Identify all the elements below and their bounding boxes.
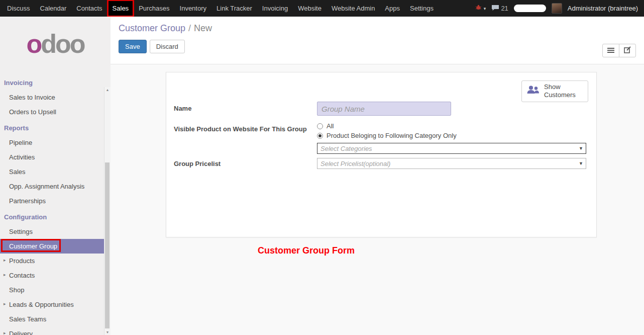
messages-count: 21 [501,5,508,12]
dropdown-caret-icon: ▼ [579,161,583,166]
save-button[interactable]: Save [119,40,147,53]
name-field-row: Name [174,102,586,116]
radio-category-only[interactable]: Product Beloging to Following Category O… [317,132,586,139]
nav-item-website-admin[interactable]: Website Admin [327,0,380,17]
breadcrumb: Customer Group/New [119,23,636,34]
pricelist-field-row: Group Pricelist Select Pricelist(optiona… [174,158,586,169]
dropdown-caret-icon: ▼ [579,146,583,151]
sidebar-item-sales-teams[interactable]: Sales Teams [0,312,104,326]
breadcrumb-customer-group[interactable]: Customer Group [119,23,185,33]
pricelist-select[interactable]: Select Pricelist(optional) ▼ [317,158,586,169]
top-nav-menu: Discuss Calendar Contacts Sales Purchase… [0,0,439,17]
nav-item-apps[interactable]: Apps [380,0,405,17]
form-view-button[interactable] [619,44,636,57]
visible-product-field-row: Visible Product on Website For This Grou… [174,122,586,158]
scroll-up-icon[interactable]: ▲ [104,88,111,92]
sidebar-item-activities[interactable]: Activities [0,150,104,164]
visible-product-label: Visible Product on Website For This Grou… [174,122,317,133]
control-panel: Customer Group/New Save Discard [111,17,644,64]
nav-item-contacts[interactable]: Contacts [71,0,107,17]
main-content: Customer Group/New Save Discard [111,17,644,335]
form-card: Show Customers Name Visible Product on W… [166,72,597,237]
radio-button-checked-icon [317,133,323,139]
nav-item-discuss[interactable]: Discuss [2,0,35,17]
scroll-down-icon[interactable]: ▼ [104,330,111,334]
discard-button[interactable]: Discard [150,40,185,53]
sidebar-item-delivery[interactable]: ▸Delivery [0,326,104,335]
bug-icon [475,5,482,12]
nav-item-sales[interactable]: Sales [108,0,134,17]
sidebar-section-reports: Reports [0,119,104,135]
breadcrumb-separator: / [185,23,194,33]
nav-item-calendar[interactable]: Calendar [35,0,72,17]
top-navbar: Discuss Calendar Contacts Sales Purchase… [0,0,644,17]
sidebar-item-settings[interactable]: Settings [0,224,104,239]
odoo-logo-rest: doo [41,29,84,58]
scrollbar-thumb[interactable] [105,162,110,328]
user-menu[interactable]: Administrator (braintree) [568,5,638,12]
sidebar-item-label: Delivery [9,330,33,335]
radio-category-label: Product Beloging to Following Category O… [327,132,457,139]
sidebar-item-label: Products [9,257,35,265]
sidebar-item-contacts[interactable]: ▸Contacts [0,268,104,283]
odoo-logo: odoo [26,31,84,57]
show-customers-button[interactable]: Show Customers [521,80,588,102]
sidebar-item-label: Contacts [9,272,35,279]
pricelist-placeholder: Select Pricelist(optional) [320,160,390,168]
breadcrumb-new: New [194,23,212,33]
categories-placeholder: Select Categories [320,145,372,152]
sidebar-item-opp-assignment-analysis[interactable]: Opp. Assignment Analysis [0,179,104,194]
logo-area: odoo [0,17,111,71]
nav-item-link-tracker[interactable]: Link Tracker [211,0,257,17]
expand-arrow-icon: ▸ [4,258,6,263]
sidebar: odoo Invoicing Sales to Invoice Orders t… [0,17,111,335]
sidebar-scrollbar[interactable]: ▲ ▼ [104,87,111,335]
users-icon [526,85,540,98]
expand-arrow-icon: ▸ [4,330,6,335]
form-edit-icon [624,46,631,55]
nav-item-purchases[interactable]: Purchases [134,0,174,17]
odoo-logo-accent: o [26,29,41,58]
view-switcher [602,44,636,57]
sidebar-item-leads-opportunities[interactable]: ▸Leads & Opportunities [0,297,104,312]
expand-arrow-icon: ▸ [4,301,6,306]
sidebar-item-shop[interactable]: Shop [0,283,104,297]
sidebar-item-orders-to-upsell[interactable]: Orders to Upsell [0,105,104,119]
avatar[interactable] [552,3,562,14]
sidebar-item-partnerships[interactable]: Partnerships [0,194,104,208]
radio-all[interactable]: All [317,122,586,130]
list-view-icon [607,46,614,55]
debug-menu[interactable]: ▾ [475,5,486,12]
radio-all-label: All [327,122,334,130]
caret-down-icon: ▾ [484,6,486,11]
toolbar: Save Discard [119,40,636,53]
sidebar-section-invoicing: Invoicing [0,74,104,90]
sidebar-item-pipeline[interactable]: Pipeline [0,135,104,150]
name-label: Name [174,102,317,112]
radio-button-icon [317,123,323,129]
show-customers-label: Show Customers [544,83,580,100]
chat-bubble-icon [491,5,499,13]
sidebar-item-sales-to-invoice[interactable]: Sales to Invoice [0,90,104,105]
sidebar-item-label: Customer Group [9,242,57,250]
annotation-text: Customer Group Form [258,245,355,256]
list-view-button[interactable] [602,44,619,57]
messages-indicator[interactable]: 21 [491,5,508,13]
sidebar-section-configuration: Configuration [0,208,104,224]
systray-pill[interactable] [514,5,546,12]
nav-item-website[interactable]: Website [293,0,327,17]
nav-item-inventory[interactable]: Inventory [175,0,211,17]
sidebar-item-customer-group[interactable]: Customer Group [0,239,104,254]
sidebar-item-sales[interactable]: Sales [0,164,104,179]
group-name-input[interactable] [317,102,451,116]
group-pricelist-label: Group Pricelist [174,158,317,168]
sidebar-item-label: Leads & Opportunities [9,301,74,308]
sidebar-item-products[interactable]: ▸Products [0,254,104,268]
nav-item-settings[interactable]: Settings [405,0,439,17]
nav-item-invoicing[interactable]: Invoicing [257,0,293,17]
expand-arrow-icon: ▸ [4,272,6,277]
sidebar-menu: Invoicing Sales to Invoice Orders to Ups… [0,71,104,335]
categories-select[interactable]: Select Categories ▼ [317,143,586,154]
systray: ▾ 21 Administrator (braintree) [475,0,644,17]
form-fields: Name Visible Product on Website For This… [174,102,586,169]
